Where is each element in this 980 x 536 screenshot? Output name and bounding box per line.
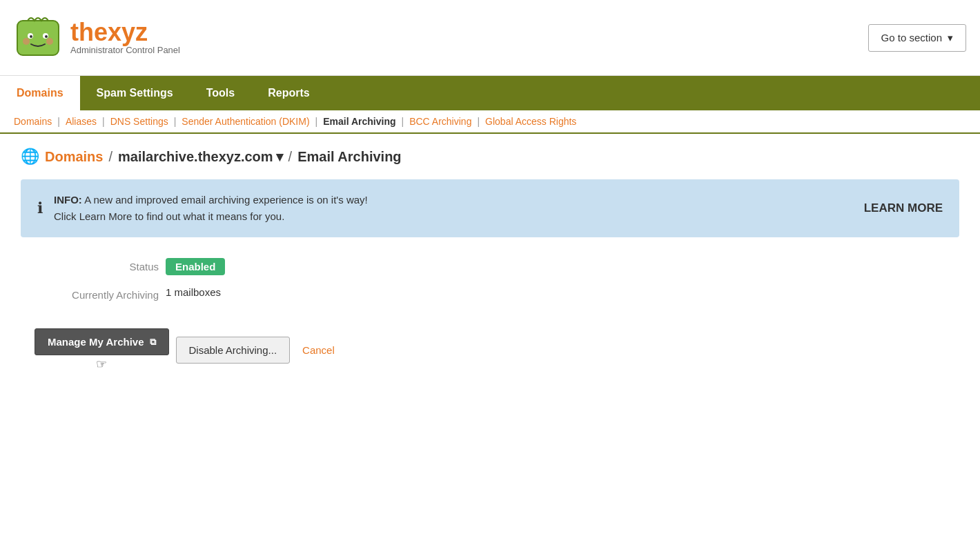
sub-nav-sender-auth[interactable]: Sender Authentication (DKIM) — [182, 116, 309, 127]
main-navigation: Domains Spam Settings Tools Reports — [0, 76, 980, 110]
status-grid: Status Enabled Currently Archiving 1 mai… — [21, 258, 959, 301]
cursor-indicator: ☞ — [96, 357, 107, 372]
go-to-section-button[interactable]: Go to section ▾ — [868, 24, 966, 52]
sub-nav-sep-2: | — [102, 116, 105, 127]
svg-point-4 — [30, 35, 32, 38]
info-banner: ℹ INFO: A new and improved email archivi… — [21, 179, 959, 237]
sub-nav-email-archiving[interactable]: Email Archiving — [323, 116, 395, 127]
disable-archiving-button[interactable]: Disable Archiving... — [176, 337, 291, 364]
sub-nav-bcc-archiving[interactable]: BCC Archiving — [409, 116, 471, 127]
info-prefix: INFO: — [54, 194, 82, 206]
button-area: Manage My Archive ⧉ ☞ Disable Archiving.… — [21, 328, 959, 372]
logo-subtitle: Administrator Control Panel — [70, 45, 180, 55]
svg-rect-0 — [17, 21, 59, 55]
currently-archiving-value: 1 mailboxes — [166, 286, 959, 301]
currently-archiving-label: Currently Archiving — [35, 286, 159, 301]
learn-more-link[interactable]: LEARN MORE — [864, 201, 943, 215]
nav-item-reports[interactable]: Reports — [251, 76, 326, 110]
sub-nav-sep-4: | — [315, 116, 318, 127]
sub-nav-dns-settings[interactable]: DNS Settings — [110, 116, 168, 127]
logo-text: thexyz Administrator Control Panel — [70, 20, 180, 55]
external-link-icon: ⧉ — [150, 337, 156, 348]
go-to-section-arrow-icon: ▾ — [948, 32, 953, 44]
logo-title: thexyz — [70, 20, 180, 45]
status-label: Status — [35, 258, 159, 275]
logo-area: thexyz Administrator Control Panel — [14, 14, 180, 62]
enabled-badge: Enabled — [166, 258, 225, 275]
nav-item-spam-settings[interactable]: Spam Settings — [80, 76, 190, 110]
status-value: Enabled — [166, 258, 959, 275]
breadcrumb-domain-link[interactable]: mailarchive.thexyz.com ▾ — [118, 148, 283, 165]
page-content: 🌐 Domains / mailarchive.thexyz.com ▾ / E… — [0, 134, 980, 386]
info-banner-text: INFO: A new and improved email archiving… — [54, 192, 853, 225]
globe-icon: 🌐 — [21, 148, 39, 166]
sub-navigation: Domains | Aliases | DNS Settings | Sende… — [0, 110, 980, 134]
breadcrumb-domains-link[interactable]: Domains — [45, 149, 103, 165]
info-message: A new and improved email archiving exper… — [54, 194, 368, 222]
breadcrumb-sep-1: / — [108, 149, 112, 165]
manage-archive-area: Manage My Archive ⧉ ☞ — [35, 328, 169, 372]
sub-nav-sep-6: | — [477, 116, 480, 127]
svg-point-6 — [23, 38, 30, 45]
sub-nav-sep-5: | — [402, 116, 404, 127]
go-to-section-label: Go to section — [881, 32, 942, 43]
sub-nav-sep-1: | — [57, 116, 60, 127]
breadcrumb-sep-2: / — [288, 149, 293, 165]
nav-item-tools[interactable]: Tools — [190, 76, 251, 110]
nav-item-domains[interactable]: Domains — [0, 76, 80, 110]
svg-point-7 — [46, 38, 53, 45]
cancel-link[interactable]: Cancel — [297, 337, 340, 363]
breadcrumb: 🌐 Domains / mailarchive.thexyz.com ▾ / E… — [21, 148, 959, 166]
svg-point-5 — [45, 35, 48, 38]
sub-nav-aliases[interactable]: Aliases — [66, 116, 97, 127]
sub-nav-global-access-rights[interactable]: Global Access Rights — [485, 116, 576, 127]
sub-nav-domains[interactable]: Domains — [14, 116, 52, 127]
breadcrumb-page-title: Email Archiving — [297, 149, 401, 165]
logo-image — [14, 14, 62, 62]
page-header: thexyz Administrator Control Panel Go to… — [0, 0, 980, 76]
manage-my-archive-button[interactable]: Manage My Archive ⧉ — [35, 328, 169, 355]
domain-dropdown-icon: ▾ — [276, 148, 283, 165]
info-icon: ℹ — [37, 199, 43, 217]
sub-nav-sep-3: | — [174, 116, 177, 127]
